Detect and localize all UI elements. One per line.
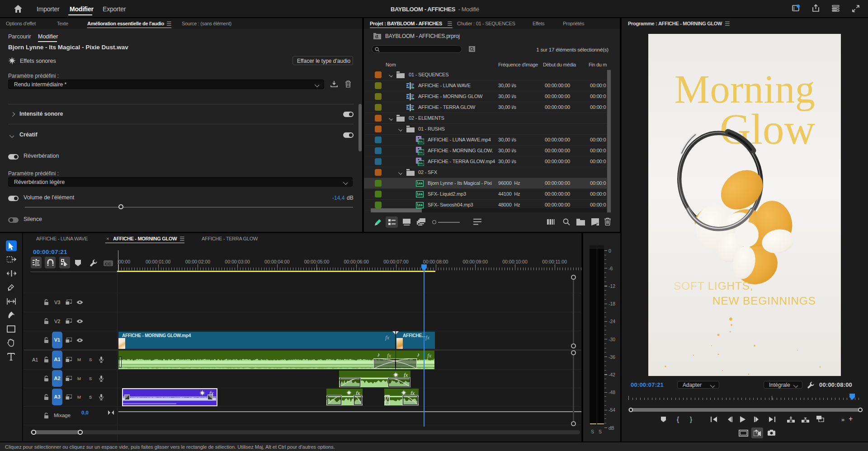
svg-text:Glow: Glow <box>719 105 815 153</box>
svg-text:Morning: Morning <box>674 67 815 111</box>
svg-text:SOFT LIGHTS,: SOFT LIGHTS, <box>674 280 754 292</box>
svg-text:NEW BEGINNINGS: NEW BEGINNINGS <box>712 295 816 307</box>
